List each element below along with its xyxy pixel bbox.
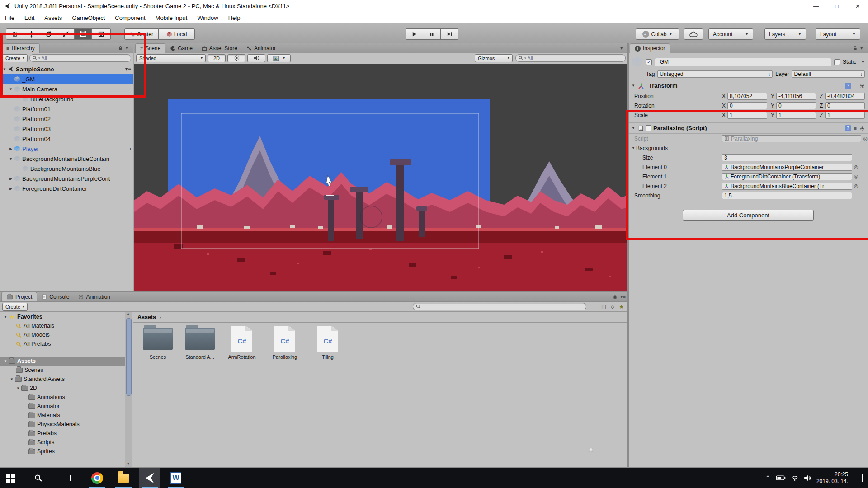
- tree-animator[interactable]: Animator: [0, 402, 132, 411]
- tree-2d[interactable]: ▼ 2D: [0, 384, 132, 393]
- shading-mode-dropdown[interactable]: Shaded▾: [136, 54, 206, 62]
- asset-item-standard-assets[interactable]: Standard A...: [179, 328, 220, 360]
- taskbar-file-explorer[interactable]: [113, 468, 134, 488]
- hierarchy-item-scene-root[interactable]: ▼ SampleScene ▾≡: [0, 64, 133, 74]
- search-filter-dropdown-icon[interactable]: ▾: [524, 56, 526, 60]
- active-checkbox[interactable]: ✓: [646, 59, 652, 65]
- scale-z-field[interactable]: [825, 112, 865, 119]
- scale-x-field[interactable]: [727, 112, 767, 119]
- hierarchy-item-bgmountains-blue[interactable]: BackgroundMountainsBlue: [0, 164, 133, 174]
- menu-help[interactable]: Help: [223, 14, 245, 21]
- lock-icon[interactable]: [613, 294, 618, 299]
- presets-icon[interactable]: ≡: [854, 126, 857, 131]
- scroll-down-arrow[interactable]: ▼: [125, 462, 132, 467]
- breadcrumb-assets[interactable]: Assets: [137, 314, 156, 320]
- scene-viewport[interactable]: [134, 64, 627, 291]
- element0-object-field[interactable]: BackgroundMountainsPurpleContainer: [722, 164, 852, 171]
- hierarchy-item-platform04[interactable]: Platform04: [0, 134, 133, 144]
- tree-materials[interactable]: Materials: [0, 411, 132, 420]
- asset-item-armrotation[interactable]: C# ArmRotation: [222, 326, 262, 360]
- foldout-icon[interactable]: ▶: [8, 147, 14, 151]
- cloud-button[interactable]: [684, 28, 703, 40]
- foldout-icon[interactable]: ▶: [8, 187, 14, 191]
- asset-item-parallaxing[interactable]: C# Parallaxing: [264, 326, 305, 360]
- search-by-type-icon[interactable]: ◫: [601, 304, 606, 310]
- presets-icon[interactable]: ≡: [854, 83, 857, 89]
- tree-scenes[interactable]: Scenes: [0, 366, 132, 375]
- lock-icon[interactable]: [853, 46, 858, 51]
- task-view-button[interactable]: [56, 468, 77, 488]
- component-enabled-checkbox[interactable]: [646, 125, 651, 131]
- lock-icon[interactable]: [118, 46, 123, 51]
- inspector-tab[interactable]: i Inspector: [630, 43, 670, 53]
- hierarchy-tab[interactable]: ≡ Hierarchy: [1, 43, 40, 53]
- position-z-field[interactable]: [825, 93, 865, 100]
- step-button[interactable]: [441, 28, 458, 40]
- menu-component[interactable]: Component: [110, 14, 150, 21]
- hierarchy-item-foreground-dirt-container[interactable]: ▶ ForegroundDirtContainer: [0, 183, 133, 193]
- hierarchy-search-input[interactable]: [42, 56, 128, 61]
- project-search-field[interactable]: [413, 303, 586, 310]
- foldout-icon[interactable]: ▼: [9, 377, 15, 381]
- thumbnail-zoom-slider[interactable]: [582, 447, 617, 453]
- scene-search-field[interactable]: ▾: [515, 54, 626, 62]
- search-filter-dropdown-icon[interactable]: ▾: [38, 56, 40, 60]
- help-icon[interactable]: ?: [845, 125, 851, 131]
- tab-scene[interactable]: # Scene: [135, 43, 165, 53]
- search-by-label-icon[interactable]: ◇: [611, 304, 614, 310]
- favorites-root[interactable]: ▼ ★ Favorites: [0, 312, 132, 321]
- pivot-toggle-button[interactable]: Center: [124, 28, 159, 40]
- position-y-field[interactable]: [776, 93, 816, 100]
- transform-tool-button[interactable]: [92, 28, 111, 40]
- favorite-all-models[interactable]: All Models: [0, 330, 132, 339]
- taskbar-clock[interactable]: 20:25 2019. 03. 14.: [816, 471, 848, 485]
- tree-assets-root[interactable]: ▼ Assets: [0, 357, 132, 366]
- pan-tool-button[interactable]: [6, 28, 23, 40]
- foldout-icon[interactable]: ▶: [8, 177, 14, 181]
- foldout-icon[interactable]: ▼: [2, 359, 9, 363]
- foldout-icon[interactable]: ▼: [631, 126, 636, 130]
- hierarchy-item-bgmountains-purple-container[interactable]: ▶ BackgroundMountainsPurpleCont: [0, 174, 133, 183]
- scrollbar-thumb[interactable]: [126, 318, 132, 396]
- rotation-x-field[interactable]: [727, 102, 767, 109]
- project-search-input[interactable]: [422, 304, 583, 310]
- hierarchy-item-main-camera[interactable]: ▼ Main Camera: [0, 84, 133, 94]
- layers-dropdown[interactable]: Layers▼: [764, 28, 806, 40]
- tab-animation[interactable]: Animation: [74, 292, 114, 301]
- move-tool-button[interactable]: [23, 28, 40, 40]
- menu-assets[interactable]: Assets: [39, 14, 67, 21]
- tree-animations[interactable]: Animations: [0, 393, 132, 402]
- hierarchy-item-platform01[interactable]: Platform01: [0, 104, 133, 114]
- menu-gameobject[interactable]: GameObject: [67, 14, 110, 21]
- close-button[interactable]: ✕: [847, 0, 868, 12]
- taskbar-search-button[interactable]: [28, 468, 49, 488]
- tag-dropdown[interactable]: Untagged↕: [657, 70, 773, 78]
- start-button[interactable]: [0, 468, 21, 488]
- backgrounds-foldout-row[interactable]: ▼ Backgrounds: [629, 143, 868, 153]
- panel-menu-icon[interactable]: ▾≡: [126, 45, 131, 51]
- gear-icon[interactable]: [859, 126, 865, 131]
- toggle-2d-button[interactable]: 2D: [208, 54, 226, 62]
- foldout-icon[interactable]: ▼: [2, 315, 9, 319]
- foldout-icon[interactable]: ▼: [631, 84, 636, 88]
- gear-icon[interactable]: [859, 83, 865, 89]
- menu-file[interactable]: File: [0, 14, 19, 21]
- foldout-icon[interactable]: ▼: [8, 157, 14, 161]
- asset-item-tiling[interactable]: C# Tiling: [307, 326, 348, 360]
- favorite-all-prefabs[interactable]: All Prefabs: [0, 339, 132, 348]
- menu-edit[interactable]: Edit: [19, 14, 39, 21]
- scene-options-icon[interactable]: ▾≡: [125, 66, 131, 72]
- tree-physicsmaterials[interactable]: PhysicsMaterials: [0, 420, 132, 429]
- rotate-tool-button[interactable]: [40, 28, 57, 40]
- slider-handle[interactable]: [589, 448, 593, 452]
- menu-window[interactable]: Window: [192, 14, 223, 21]
- tree-prefabs[interactable]: Prefabs: [0, 429, 132, 438]
- panel-menu-icon[interactable]: ▾≡: [860, 45, 866, 51]
- scale-y-field[interactable]: [776, 112, 816, 119]
- add-component-button[interactable]: Add Component: [683, 210, 814, 221]
- scroll-up-arrow[interactable]: ▲: [125, 312, 132, 318]
- hierarchy-item-platform03[interactable]: Platform03: [0, 124, 133, 134]
- layout-dropdown[interactable]: Layout▼: [816, 28, 860, 40]
- hierarchy-item-player[interactable]: ▶ Player ›: [0, 144, 133, 154]
- foldout-icon[interactable]: ▼: [631, 146, 636, 150]
